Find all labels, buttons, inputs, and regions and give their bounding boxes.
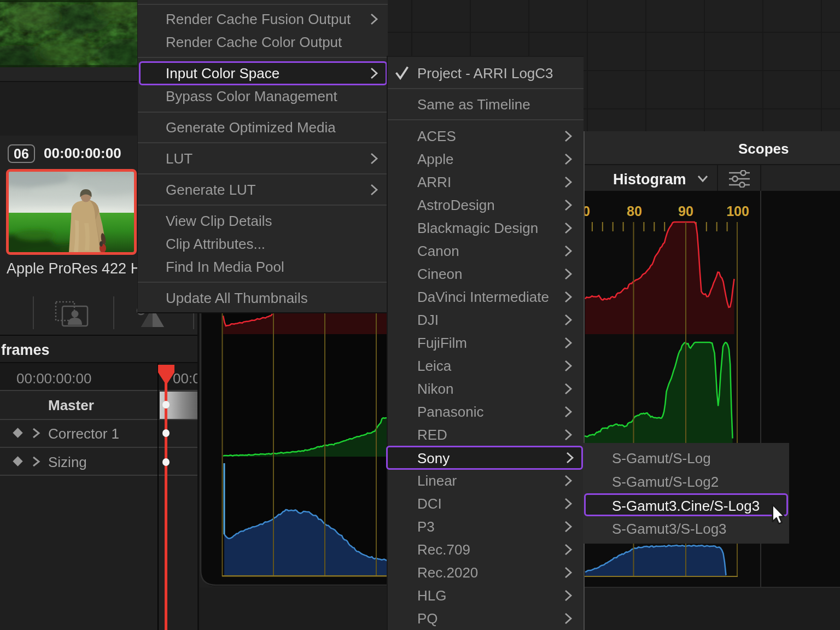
svg-text:70: 70 bbox=[585, 203, 590, 219]
svg-text:90: 90 bbox=[678, 203, 693, 219]
svg-text:80: 80 bbox=[627, 203, 642, 219]
svg-text:100: 100 bbox=[726, 203, 749, 219]
